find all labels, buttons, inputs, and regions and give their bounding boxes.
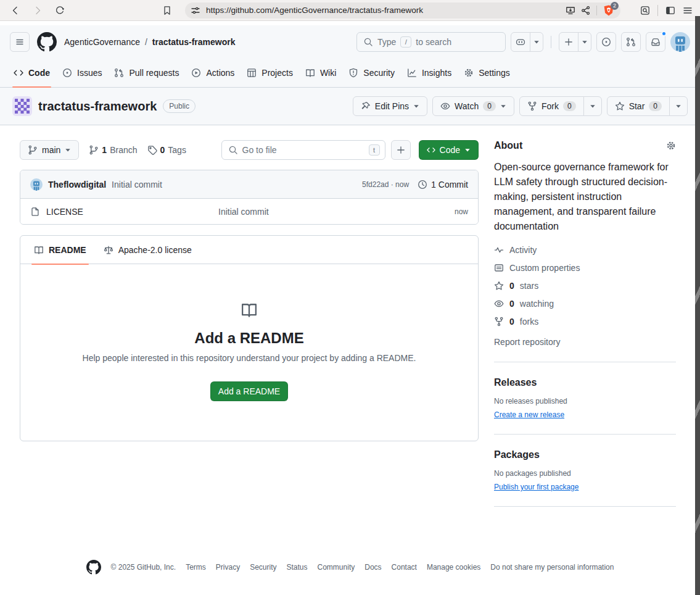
share-icon[interactable] [581,6,591,15]
your-pull-requests-button[interactable] [621,32,641,52]
global-search-input[interactable]: Type / to search [356,32,506,52]
footer-link-status[interactable]: Status [287,563,308,572]
edit-pins-button[interactable]: Edit Pins [353,96,427,116]
releases-section: Releases No releases published Create a … [494,377,676,419]
branches-link[interactable]: 1 Branch [89,145,137,155]
commit-author-avatar[interactable] [30,178,43,191]
copilot-button[interactable] [511,32,530,52]
commit-history-link[interactable]: 1 Commit [418,180,468,189]
address-bar[interactable]: https://github.com/AgenticGovernance/tra… [185,2,620,19]
sidebar-item-forks[interactable]: 0 forks [494,317,676,327]
footer-link-manage-cookies[interactable]: Manage cookies [427,563,480,572]
fork-menu-button[interactable] [583,96,602,116]
site-permissions-icon[interactable] [191,6,200,15]
fork-button[interactable]: Fork 0 [519,96,584,116]
chevron-down-icon [533,39,540,45]
sidebar-item-stars[interactable]: 0 stars [494,281,676,291]
tab-projects[interactable]: Projects [241,59,299,87]
play-icon [191,68,201,78]
tab-license[interactable]: Apache-2.0 license [95,236,200,264]
page-title[interactable]: tractatus-framework [38,99,157,114]
brave-shield-icon[interactable]: 2 [603,4,615,17]
sidebar-item-custom-properties[interactable]: Custom properties [494,263,676,273]
create-new-menu-button[interactable] [578,32,591,52]
file-name[interactable]: LICENSE [46,207,83,217]
issue-opened-icon [601,37,611,47]
branch-selector[interactable]: main [20,140,79,160]
publish-package-link[interactable]: Publish your first package [494,483,579,491]
repo-avatar[interactable] [12,96,32,116]
commit-sha-time[interactable]: 5fd22ad · now [362,180,409,189]
tab-pull-requests[interactable]: Pull requests [108,59,185,87]
fork-icon [494,317,504,327]
add-readme-button[interactable]: Add a README [210,381,288,401]
sidebar-item-activity[interactable]: Activity [494,245,676,255]
tab-settings[interactable]: Settings [458,59,516,87]
tab-label: Apache-2.0 license [118,245,192,255]
footer-link-privacy[interactable]: Privacy [216,563,240,572]
footer-link-terms[interactable]: Terms [186,563,206,572]
gear-icon[interactable] [666,141,676,151]
search-icon [363,37,373,47]
breadcrumb-owner[interactable]: AgenticGovernance [64,37,140,47]
button-label: Fork [541,101,559,111]
gear-icon [464,68,474,78]
save-page-icon[interactable] [566,6,575,15]
report-repository-link[interactable]: Report repository [494,337,676,347]
tab-insights[interactable]: Insights [401,59,458,87]
plus-icon [396,145,406,155]
tab-security[interactable]: Security [342,59,401,87]
sidebar-item-label: watching [520,299,554,309]
copyright: © 2025 GitHub, Inc. [111,563,176,572]
tab-readme[interactable]: README [25,236,95,264]
back-icon[interactable] [7,2,23,19]
tab-code[interactable]: Code [7,59,56,87]
watch-button[interactable]: Watch 0 [432,96,514,116]
copilot-icon [516,37,525,47]
bookmark-icon[interactable] [159,2,175,19]
your-issues-button[interactable] [596,32,616,52]
footer-link-security[interactable]: Security [250,563,276,572]
notification-dot [661,31,667,36]
pull-request-icon [626,37,636,47]
footer-link-community[interactable]: Community [318,563,355,572]
github-logo[interactable] [86,560,101,575]
global-nav-menu-button[interactable] [10,32,30,52]
search-tabs-icon[interactable] [640,6,650,15]
commit-author[interactable]: Theflowdigital [48,180,106,189]
add-file-button[interactable] [391,140,411,160]
footer-link-do-not-share[interactable]: Do not share my personal information [490,563,614,572]
releases-title[interactable]: Releases [494,377,676,388]
reload-icon[interactable] [52,2,68,19]
forks-count: 0 [509,317,514,327]
create-release-link[interactable]: Create a new release [494,410,564,419]
user-avatar[interactable] [670,32,690,52]
inbox-button[interactable] [646,32,665,52]
sidebar-item-watching[interactable]: 0 watching [494,299,676,309]
packages-title[interactable]: Packages [494,449,676,460]
forward-icon[interactable] [30,2,46,19]
star-menu-button[interactable] [669,96,688,116]
footer-link-docs[interactable]: Docs [364,563,381,572]
github-logo[interactable] [37,32,57,52]
chevron-down-icon [582,39,588,45]
breadcrumb-repo[interactable]: tractatus-framework [152,37,236,47]
sidebar-toggle-icon[interactable] [665,6,675,15]
code-download-button[interactable]: Code [419,140,479,160]
commit-message[interactable]: Initial commit [112,180,162,189]
footer-link-contact[interactable]: Contact [392,563,417,572]
goto-file-input[interactable]: Go to file t [221,140,385,160]
star-icon [615,101,625,111]
tags-link[interactable]: 0 Tags [147,145,186,155]
file-commit-message[interactable]: Initial commit [218,207,455,217]
tab-wiki[interactable]: Wiki [299,59,342,87]
create-new-button[interactable] [559,32,579,52]
browser-menu-icon[interactable] [683,6,693,15]
table-row[interactable]: LICENSE Initial commit now [20,198,478,224]
tab-actions[interactable]: Actions [185,59,241,87]
tab-issues[interactable]: Issues [56,59,108,87]
law-icon [104,245,113,255]
copilot-menu-button[interactable] [530,32,543,52]
star-button[interactable]: Star 0 [607,96,670,116]
url-text[interactable]: https://github.com/AgenticGovernance/tra… [206,6,560,15]
